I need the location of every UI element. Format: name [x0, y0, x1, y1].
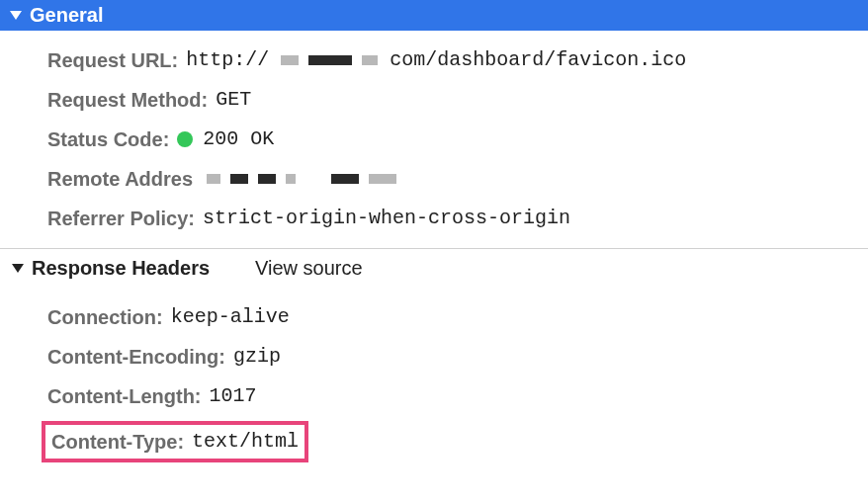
request-url-row: Request URL: http:// com/dashboard/favic… [47, 41, 868, 80]
status-code-text: 200 OK [203, 125, 274, 154]
response-headers-title: Response Headers [32, 257, 210, 280]
connection-label: Connection: [47, 302, 163, 332]
remote-address-value [201, 174, 402, 184]
content-type-label: Content-Type: [51, 427, 184, 457]
general-section-header[interactable]: General [0, 0, 868, 31]
request-method-value: GET [216, 85, 251, 115]
connection-value: keep-alive [171, 302, 290, 332]
remote-address-row: Remote Addres [47, 159, 868, 199]
status-code-value: 200 OK [177, 125, 274, 154]
connection-row: Connection: keep-alive [47, 297, 868, 337]
view-source-link[interactable]: View source [255, 257, 363, 280]
request-url-value: http:// com/dashboard/favicon.ico [186, 45, 686, 75]
request-url-prefix: http:// [186, 45, 269, 75]
content-encoding-label: Content-Encoding: [47, 342, 225, 372]
content-length-value: 1017 [210, 381, 257, 411]
referrer-policy-value: strict-origin-when-cross-origin [203, 204, 570, 233]
content-length-row: Content-Length: 1017 [47, 376, 868, 416]
referrer-policy-label: Referrer Policy: [47, 204, 195, 233]
status-code-label: Status Code: [47, 125, 169, 154]
request-url-suffix: com/dashboard/favicon.ico [390, 45, 686, 75]
request-method-label: Request Method: [47, 85, 208, 115]
content-encoding-value: gzip [233, 342, 281, 372]
status-code-row: Status Code: 200 OK [47, 120, 868, 159]
request-method-row: Request Method: GET [47, 80, 868, 120]
general-section-title: General [30, 4, 103, 27]
remote-address-label: Remote Addres [47, 164, 193, 194]
content-type-value: text/html [192, 427, 299, 457]
chevron-down-icon [12, 264, 24, 273]
redacted-address-icon-2 [325, 174, 402, 184]
referrer-policy-row: Referrer Policy: strict-origin-when-cros… [47, 199, 868, 238]
response-headers-section-header[interactable]: Response Headers View source [0, 248, 868, 288]
chevron-down-icon [10, 11, 22, 20]
content-type-highlight: Content-Type: text/html [42, 421, 308, 462]
content-length-label: Content-Length: [47, 381, 202, 411]
request-url-label: Request URL: [47, 45, 178, 75]
response-headers-body: Connection: keep-alive Content-Encoding:… [0, 288, 868, 471]
status-dot-icon [177, 131, 193, 147]
general-section-body: Request URL: http:// com/dashboard/favic… [0, 31, 868, 242]
redacted-address-icon [201, 174, 302, 184]
redacted-host-icon [275, 55, 384, 65]
content-type-row: Content-Type: text/html [47, 416, 868, 467]
content-encoding-row: Content-Encoding: gzip [47, 337, 868, 376]
